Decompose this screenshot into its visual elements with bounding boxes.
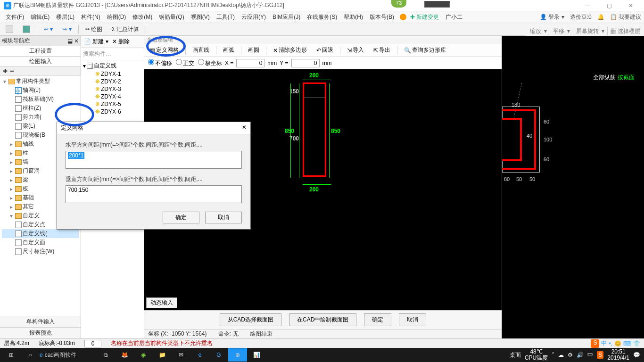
menu-rebar[interactable]: 钢筋量(Q) xyxy=(156,12,187,22)
tb-app[interactable]: 📁 xyxy=(153,348,172,362)
tree-item[interactable]: 门窗洞 xyxy=(23,167,40,175)
ok-button[interactable]: 确定 xyxy=(364,313,391,326)
tree-node-common[interactable]: 常用构件类型 xyxy=(16,77,50,85)
tray-icon[interactable]: 🔊 xyxy=(577,352,584,358)
tree-item-selected[interactable]: 自定义线( xyxy=(23,230,47,238)
close-button[interactable]: ✕ xyxy=(621,1,640,10)
undo-button[interactable]: ↩ ▾ xyxy=(41,25,56,33)
dialog-ok-button[interactable]: 确定 xyxy=(163,212,199,223)
tb-app[interactable]: ✉ xyxy=(172,348,190,362)
menu-cloud[interactable]: 云应用(Y) xyxy=(239,12,269,22)
tree-node-custom[interactable]: 自定义 xyxy=(23,212,40,220)
zoom-button[interactable]: 缩放 xyxy=(530,27,541,35)
desktop-label[interactable]: 桌面 xyxy=(510,351,521,359)
tree-item[interactable]: 框柱(Z) xyxy=(23,104,41,112)
start-button[interactable]: ⊞ xyxy=(2,348,21,362)
tree-item[interactable]: 自定义面 xyxy=(23,239,45,247)
draw-line-button[interactable]: 画直线 xyxy=(190,45,212,55)
menu-file[interactable]: 文件(F) xyxy=(3,12,27,22)
tree-item[interactable]: 轴网(J) xyxy=(23,86,41,94)
ime-status[interactable]: 中 xyxy=(601,339,607,347)
temp-widget[interactable]: 48℃CPU温度 xyxy=(525,349,548,361)
tree-item[interactable]: 墙 xyxy=(23,158,28,166)
pan-button[interactable]: 平移 xyxy=(553,27,564,35)
tab-draw-input[interactable]: 绘图输入 xyxy=(0,57,81,67)
radio-ortho[interactable]: 正交 xyxy=(175,59,194,67)
tray-icon[interactable]: S xyxy=(597,351,603,359)
sogou-icon[interactable]: S xyxy=(591,339,599,348)
tab-project-settings[interactable]: 工程设置 xyxy=(0,46,81,57)
open-button[interactable] xyxy=(3,25,16,34)
tree-item[interactable]: 现浇板(B xyxy=(23,131,45,139)
menu-view[interactable]: 视图(V) xyxy=(188,12,213,22)
radio-polar[interactable]: 极坐标 xyxy=(197,59,222,67)
tree-item[interactable]: 轴线 xyxy=(23,140,34,148)
tree-item[interactable]: 基础 xyxy=(23,194,34,202)
cortana-button[interactable]: ○ xyxy=(21,348,40,362)
radio-nooffset[interactable]: 不偏移 xyxy=(147,59,172,67)
new-change-button[interactable]: ✚ 新建变更 xyxy=(407,12,442,22)
menu-draw[interactable]: 绘图(D) xyxy=(104,12,129,22)
menu-version[interactable]: 版本号(B) xyxy=(367,12,397,22)
tree-item[interactable]: 剪力墙( xyxy=(23,113,41,121)
tree-item[interactable]: 自定义点 xyxy=(23,221,45,229)
tree-item[interactable]: 尺寸标注(W) xyxy=(23,247,54,255)
minimize-button[interactable]: ─ xyxy=(578,1,597,10)
tb-app[interactable]: G xyxy=(209,348,228,362)
menu-online[interactable]: 在线服务(S) xyxy=(304,12,340,22)
notifications-button[interactable]: 💬 xyxy=(633,352,640,358)
list-root[interactable]: 自定义线 xyxy=(94,62,116,70)
minus-icon[interactable]: ━ xyxy=(10,68,14,74)
from-cad-button[interactable]: 从CAD选择截面图 xyxy=(220,313,281,326)
tb-app[interactable]: 📊 xyxy=(247,348,266,362)
pin-icon[interactable]: ⬓ ✕ xyxy=(67,38,79,44)
menu-modify[interactable]: 修改(M) xyxy=(130,12,155,22)
tree-item[interactable]: 柱 xyxy=(23,149,28,157)
tb-app[interactable]: e xyxy=(190,348,209,362)
list-item[interactable]: ZDYX-6 xyxy=(101,108,121,115)
tb-app[interactable]: 🦊 xyxy=(115,348,134,362)
dynamic-input-button[interactable]: 动态输入 xyxy=(146,297,177,308)
tab-single-input[interactable]: 单构件输入 xyxy=(0,316,81,327)
x-input[interactable]: 0 xyxy=(236,59,264,67)
tree-item[interactable]: 梁(L) xyxy=(23,122,35,130)
new-button[interactable]: 📄 新建 ▾ xyxy=(84,38,108,46)
query-poly-button[interactable]: 🔍 查询多边形库 xyxy=(401,45,449,55)
import-button[interactable]: ⇲ 导入 xyxy=(344,45,367,55)
tray-ime[interactable]: 中 xyxy=(587,351,593,359)
suggest-button[interactable]: 📋 我要建议 xyxy=(610,13,641,21)
dialog-close-button[interactable]: ✕ xyxy=(242,124,247,132)
cancel-button[interactable]: 取消 xyxy=(399,313,426,326)
tb-app[interactable]: ◉ xyxy=(134,348,153,362)
menu-floor[interactable]: 楼层(L) xyxy=(53,12,77,22)
delete-button[interactable]: ✕ 删除 xyxy=(112,38,130,46)
v-spacing-input[interactable]: 700,150 xyxy=(66,185,242,203)
sum-button[interactable]: Σ 汇总计算 xyxy=(109,25,142,34)
login-button[interactable]: 👤 登录 ▾ xyxy=(540,13,564,21)
redo-button[interactable]: ↪ ▾ xyxy=(59,25,74,33)
tray-up-icon[interactable]: ˄ xyxy=(552,352,554,358)
undo-poly-button[interactable]: ↶ 回退 xyxy=(314,45,336,55)
maximize-button[interactable]: ▢ xyxy=(600,1,619,10)
menu-help[interactable]: 帮助(H) xyxy=(341,12,366,22)
list-item[interactable]: ZDYX-2 xyxy=(101,78,121,85)
menu-component[interactable]: 构件(N) xyxy=(78,12,103,22)
search-box[interactable]: ecad画图软件 xyxy=(40,348,96,362)
save-button[interactable] xyxy=(20,25,33,34)
select-floor-button[interactable]: ▦ 选择楼层 xyxy=(611,27,640,35)
tree-item[interactable]: 其它 xyxy=(23,203,34,211)
tray-icon[interactable]: ⚙ xyxy=(568,352,573,358)
dialog-cancel-button[interactable]: 取消 xyxy=(205,212,242,223)
y-input[interactable]: 0 xyxy=(291,59,320,67)
h-spacing-input[interactable]: 200*1 xyxy=(66,151,242,169)
bell-icon[interactable]: 🔔 xyxy=(597,14,604,20)
draw-circle-button[interactable]: 画圆 xyxy=(245,45,262,55)
menu-bim[interactable]: BIM应用(J) xyxy=(270,12,303,22)
define-grid-button[interactable]: ▦ 定义网格 xyxy=(147,45,182,55)
tray-icon[interactable]: ☁ xyxy=(558,352,564,358)
list-item[interactable]: ZDYX-1 xyxy=(101,71,121,77)
clear-polygon-button[interactable]: ✕ 清除多边形 xyxy=(270,45,310,55)
list-item[interactable]: ZDYX-4 xyxy=(101,93,121,100)
tree-item[interactable]: 梁 xyxy=(23,176,28,184)
clock[interactable]: 20:512019/4/1 xyxy=(607,349,629,361)
